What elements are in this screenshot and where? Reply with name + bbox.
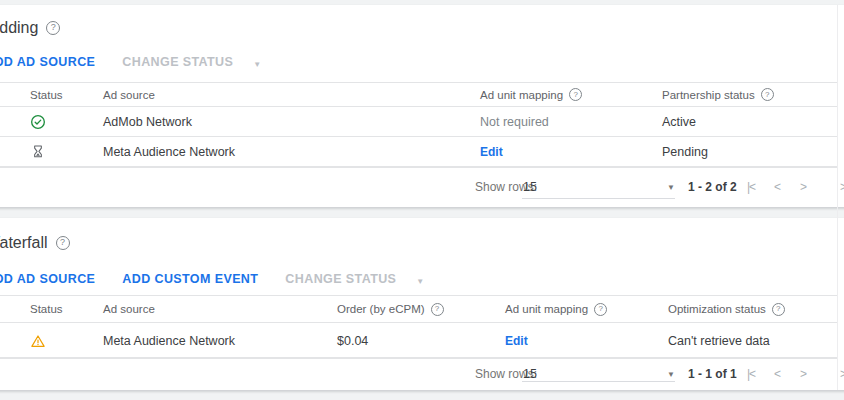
ad-source-cell: AdMob Network bbox=[103, 115, 480, 129]
waterfall-title: Waterfall ? bbox=[0, 233, 844, 252]
ad-unit-mapping-cell: Not required bbox=[480, 115, 662, 129]
select-underline bbox=[522, 198, 675, 199]
add-ad-source-button[interactable]: ADD AD SOURCE bbox=[0, 55, 95, 69]
bidding-header: Bidding ? bbox=[0, 5, 844, 55]
partnership-status-cell: Active bbox=[662, 115, 844, 129]
help-icon[interactable]: ? bbox=[569, 88, 582, 101]
optimization-status-cell: Can't retrieve data bbox=[668, 334, 844, 348]
bidding-table-footer: Show rows: 15 ▼ 1 - 2 of 2 |< < > >| bbox=[0, 167, 844, 207]
column-order-ecpm-label: Order (by eCPM) bbox=[337, 303, 425, 315]
help-icon[interactable]: ? bbox=[772, 303, 785, 316]
help-icon[interactable]: ? bbox=[761, 88, 774, 101]
waterfall-header: Waterfall ? bbox=[0, 218, 844, 268]
content-right-edge-divider bbox=[837, 5, 838, 390]
ad-source-cell: Meta Audience Network bbox=[103, 334, 337, 348]
table-row-meta-audience-network[interactable]: Meta Audience Network $0.04 Edit Can't r… bbox=[0, 323, 844, 358]
add-ad-source-button[interactable]: ADD AD SOURCE bbox=[0, 272, 95, 286]
column-optimization-status: Optimization status ? bbox=[668, 303, 844, 316]
hourglass-icon bbox=[30, 144, 46, 160]
help-icon[interactable]: ? bbox=[431, 303, 444, 316]
admob-mediation-page: Bidding ? ADD AD SOURCE CHANGE STATUS ▼ … bbox=[0, 0, 844, 400]
waterfall-table-header: Status Ad source Order (by eCPM) ? Ad un… bbox=[0, 295, 844, 323]
bidding-title: Bidding ? bbox=[0, 18, 844, 37]
status-cell bbox=[30, 333, 103, 349]
column-ad-source: Ad source bbox=[103, 303, 337, 315]
column-ad-unit-mapping: Ad unit mapping ? bbox=[505, 303, 668, 316]
bidding-title-text: Bidding bbox=[0, 18, 38, 37]
column-ad-unit-mapping: Ad unit mapping ? bbox=[480, 88, 662, 101]
ad-source-cell: Meta Audience Network bbox=[103, 145, 480, 159]
column-order-ecpm: Order (by eCPM) ? bbox=[337, 303, 505, 316]
pagination-range: 1 - 1 of 1 bbox=[688, 367, 737, 381]
edit-mapping-link[interactable]: Edit bbox=[480, 145, 662, 159]
column-partnership-status-label: Partnership status bbox=[662, 89, 755, 101]
order-ecpm-cell: $0.04 bbox=[337, 334, 505, 348]
change-status-button[interactable]: CHANGE STATUS bbox=[122, 55, 233, 69]
change-status-button[interactable]: CHANGE STATUS bbox=[285, 272, 396, 286]
add-custom-event-button[interactable]: ADD CUSTOM EVENT bbox=[122, 272, 258, 286]
previous-page-icon[interactable]: < bbox=[774, 180, 780, 194]
status-cell bbox=[30, 144, 103, 160]
column-ad-source: Ad source bbox=[103, 89, 480, 101]
edit-mapping-link[interactable]: Edit bbox=[505, 334, 668, 348]
waterfall-toolbar: ADD AD SOURCE ADD CUSTOM EVENT CHANGE ST… bbox=[0, 268, 844, 295]
waterfall-section: Waterfall ? ADD AD SOURCE ADD CUSTOM EVE… bbox=[0, 218, 844, 391]
last-page-icon[interactable]: >| bbox=[840, 180, 844, 194]
bidding-section: Bidding ? ADD AD SOURCE CHANGE STATUS ▼ … bbox=[0, 5, 844, 208]
column-status: Status bbox=[30, 89, 103, 101]
column-ad-unit-mapping-label: Ad unit mapping bbox=[480, 89, 563, 101]
bidding-toolbar: ADD AD SOURCE CHANGE STATUS ▼ bbox=[0, 55, 844, 82]
waterfall-title-text: Waterfall bbox=[0, 233, 48, 252]
column-ad-unit-mapping-label: Ad unit mapping bbox=[505, 303, 588, 315]
bidding-table-header: Status Ad source Ad unit mapping ? Partn… bbox=[0, 82, 844, 107]
partnership-status-cell: Pending bbox=[662, 145, 844, 159]
waterfall-table-footer: Show rows: 15 ▼ 1 - 1 of 1 |< < > >| bbox=[0, 358, 844, 390]
first-page-icon[interactable]: |< bbox=[747, 180, 755, 194]
column-optimization-status-label: Optimization status bbox=[668, 303, 766, 315]
help-icon[interactable]: ? bbox=[46, 21, 60, 35]
chevron-down-icon[interactable]: ▼ bbox=[667, 370, 675, 379]
chevron-down-icon[interactable]: ▼ bbox=[253, 55, 261, 72]
chevron-down-icon[interactable]: ▼ bbox=[416, 272, 424, 289]
show-rows-select[interactable]: 15 bbox=[523, 367, 537, 381]
column-status: Status bbox=[30, 303, 103, 315]
help-icon[interactable]: ? bbox=[56, 236, 70, 250]
first-page-icon[interactable]: |< bbox=[747, 367, 755, 381]
show-rows-select[interactable]: 15 bbox=[523, 180, 537, 194]
previous-page-icon[interactable]: < bbox=[774, 367, 780, 381]
table-row-admob-network[interactable]: AdMob Network Not required Active bbox=[0, 107, 844, 137]
column-partnership-status: Partnership status ? bbox=[662, 88, 844, 101]
next-page-icon[interactable]: > bbox=[800, 180, 806, 194]
last-page-icon[interactable]: >| bbox=[840, 367, 844, 381]
help-icon[interactable]: ? bbox=[594, 303, 607, 316]
table-row-meta-audience-network[interactable]: Meta Audience Network Edit Pending bbox=[0, 137, 844, 167]
pagination-range: 1 - 2 of 2 bbox=[688, 180, 737, 194]
chevron-down-icon[interactable]: ▼ bbox=[667, 183, 675, 192]
warning-icon bbox=[30, 333, 46, 349]
check-circle-icon bbox=[30, 114, 46, 130]
select-underline bbox=[522, 381, 675, 382]
status-cell bbox=[30, 114, 103, 130]
next-page-icon[interactable]: > bbox=[800, 367, 806, 381]
